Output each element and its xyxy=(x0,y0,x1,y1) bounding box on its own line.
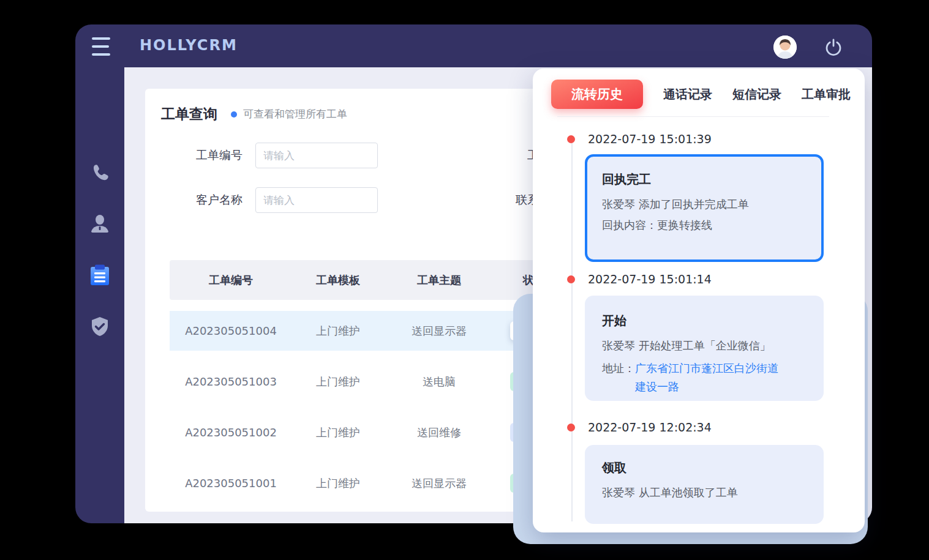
col-header-id: 工单编号 xyxy=(170,273,292,288)
tab-workorder-approval[interactable]: 工单审批 xyxy=(802,86,851,103)
cell-id: A202305051003 xyxy=(170,375,292,388)
clipboard-icon xyxy=(88,263,111,288)
timeline-card-line: 张爱琴 添加了回执并完成工单 xyxy=(602,196,807,213)
app-title: HOLLYCRM xyxy=(140,37,238,54)
customer-name-label: 客户名称 xyxy=(173,192,243,208)
person-icon xyxy=(89,213,111,235)
user-avatar[interactable] xyxy=(773,35,797,59)
sidebar-nav xyxy=(75,67,124,523)
history-panel: 流转历史 通话记录 短信记录 工单审批 2022-07-19 15:01:39 … xyxy=(533,69,865,532)
subtitle-dot-icon xyxy=(231,111,237,118)
address-label: 地址： xyxy=(602,359,635,397)
cell-id: A202305051002 xyxy=(170,426,292,439)
workorder-id-label: 工单编号 xyxy=(173,147,243,163)
tab-circulation-history[interactable]: 流转历史 xyxy=(551,80,643,109)
sidebar-item-workorders[interactable] xyxy=(75,261,124,290)
customer-name-input[interactable] xyxy=(255,187,378,213)
page-title: 工单查询 xyxy=(161,105,217,124)
timeline-card-line: 张爱琴 开始处理工单「企业微信」 xyxy=(602,337,807,354)
sidebar-item-customers[interactable] xyxy=(75,209,124,239)
cell-subject: 送回显示器 xyxy=(384,324,494,338)
tab-call-records[interactable]: 通话记录 xyxy=(663,86,712,103)
cell-template: 上门维护 xyxy=(292,476,384,491)
workorder-id-input[interactable] xyxy=(255,143,378,168)
timeline-dot xyxy=(567,424,575,431)
cell-template: 上门维护 xyxy=(292,375,384,389)
address-row: 地址： 广东省江门市蓬江区白沙街道建设一路 xyxy=(602,359,807,397)
cell-id: A202305051001 xyxy=(170,477,292,490)
timeline-dot xyxy=(567,275,575,283)
tab-sms-records[interactable]: 短信记录 xyxy=(732,86,781,103)
timeline-card-line: 张爱琴 从工单池领取了工单 xyxy=(602,484,807,501)
timeline-dot xyxy=(567,135,575,143)
timeline-card-title: 开始 xyxy=(602,313,807,329)
sidebar-item-security[interactable] xyxy=(75,312,124,342)
timeline-line xyxy=(571,143,573,521)
cell-template: 上门维护 xyxy=(292,425,384,440)
col-header-template: 工单模板 xyxy=(292,273,384,288)
col-header-subject: 工单主题 xyxy=(384,273,494,288)
panel-tabs: 流转历史 通话记录 短信记录 工单审批 xyxy=(551,80,851,109)
cell-subject: 送电脑 xyxy=(384,375,494,389)
address-link[interactable]: 广东省江门市蓬江区白沙街道建设一路 xyxy=(635,359,787,397)
cell-template: 上门维护 xyxy=(292,324,384,338)
top-bar: HOLLYCRM xyxy=(75,24,872,67)
page-subtitle: 可查看和管理所有工单 xyxy=(243,107,347,121)
timeline-timestamp: 2022-07-19 15:01:14 xyxy=(588,272,712,286)
power-icon[interactable] xyxy=(824,37,843,57)
timeline-card-claimed: 领取 张爱琴 从工单池领取了工单 xyxy=(585,445,824,524)
timeline-card-title: 领取 xyxy=(602,460,807,476)
avatar-image xyxy=(773,35,797,59)
phone-icon xyxy=(89,162,111,184)
cell-subject: 送回显示器 xyxy=(384,476,494,491)
timeline-card-completed: 回执完工 张爱琴 添加了回执并完成工单 回执内容：更换转接线 xyxy=(585,154,824,262)
timeline-card-start: 开始 张爱琴 开始处理工单「企业微信」 地址： 广东省江门市蓬江区白沙街道建设一… xyxy=(585,296,824,401)
cell-subject: 送回维修 xyxy=(384,425,494,440)
timeline-card-line: 回执内容：更换转接线 xyxy=(602,217,807,234)
timeline-timestamp: 2022-07-19 12:02:34 xyxy=(588,420,712,434)
screenshot-stage: HOLLYCRM xyxy=(0,0,929,560)
timeline-card-title: 回执完工 xyxy=(602,171,807,188)
page-head: 工单查询 可查看和管理所有工单 xyxy=(161,105,347,124)
menu-icon[interactable] xyxy=(92,36,118,57)
timeline-timestamp: 2022-07-19 15:01:39 xyxy=(588,132,712,146)
shield-check-icon xyxy=(89,315,111,338)
cell-id: A202305051004 xyxy=(170,324,292,337)
tabs-divider xyxy=(557,116,829,117)
sidebar-item-phone[interactable] xyxy=(75,158,124,187)
